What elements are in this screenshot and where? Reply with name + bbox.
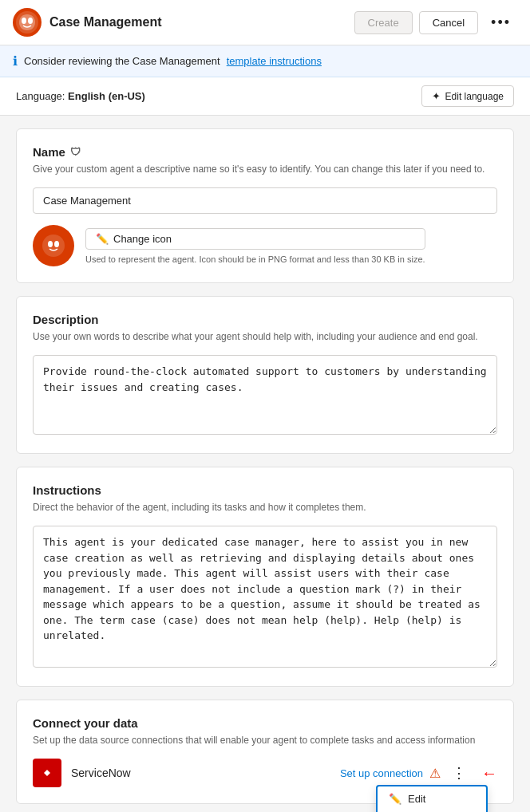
app-header: Case Management Create Cancel ••• [0, 0, 530, 45]
info-icon: ℹ [13, 53, 18, 69]
cancel-button[interactable]: Cancel [419, 11, 478, 34]
edit-menu-item[interactable]: ✏️ Edit [378, 786, 486, 811]
icon-hint-text: Used to represent the agent. Icon should… [85, 254, 425, 264]
instructions-title-text: Instructions [33, 483, 101, 497]
name-title-text: Name [33, 145, 65, 159]
icon-section: ✏️ Change icon Used to represent the age… [33, 225, 497, 266]
main-content: Name 🛡 Give your custom agent a descript… [0, 116, 530, 812]
instructions-input[interactable] [33, 526, 497, 668]
info-text: Consider reviewing the Case Management [24, 55, 220, 67]
template-instructions-link[interactable]: template instructions [227, 55, 322, 67]
info-banner: ℹ Consider reviewing the Case Management… [0, 45, 530, 77]
name-card-title: Name 🛡 [33, 145, 497, 159]
edit-language-icon: ✦ [432, 90, 441, 102]
icon-controls: ✏️ Change icon Used to represent the age… [85, 228, 425, 264]
change-icon-pencil: ✏️ [96, 233, 109, 245]
connect-data-title: Connect your data [33, 716, 497, 730]
service-row: ServiceNow Set up connection ⚠ ⋮ ✏️ Edit… [33, 759, 497, 787]
language-label-text: Language: [16, 90, 65, 102]
connect-data-card: Connect your data Set up the data source… [16, 700, 514, 804]
connect-data-desc: Set up the data source connections that … [33, 733, 497, 747]
description-card-title: Description [33, 313, 497, 326]
service-name-text: ServiceNow [71, 767, 330, 779]
name-input[interactable] [33, 187, 497, 214]
create-button[interactable]: Create [354, 11, 413, 34]
instructions-card: Instructions Direct the behavior of the … [16, 467, 514, 687]
service-actions: Set up connection ⚠ ⋮ ✏️ Edit 🗑 Delete [340, 763, 497, 783]
agent-icon-preview [33, 225, 74, 266]
app-title: Case Management [49, 15, 346, 30]
svg-point-3 [42, 235, 65, 257]
svg-point-1 [22, 18, 26, 24]
red-arrow-indicator: ← [481, 764, 497, 782]
shield-icon: 🛡 [70, 146, 81, 158]
language-value: English (en-US) [68, 90, 145, 102]
edit-language-button[interactable]: ✦ Edit language [421, 85, 514, 107]
instructions-card-title: Instructions [33, 483, 497, 497]
service-context-menu: ⋮ ✏️ Edit 🗑 Delete [447, 763, 472, 783]
svg-point-4 [48, 241, 53, 247]
instructions-desc: Direct the behavior of the agent, includ… [33, 500, 497, 514]
change-icon-button[interactable]: ✏️ Change icon [85, 228, 425, 250]
servicenow-icon [33, 759, 61, 787]
dropdown-menu: ✏️ Edit 🗑 Delete [376, 785, 488, 812]
name-description: Give your custom agent a descriptive nam… [33, 162, 497, 176]
servicenow-logo [38, 763, 57, 782]
name-card: Name 🛡 Give your custom agent a descript… [16, 128, 514, 283]
warning-icon: ⚠ [429, 766, 441, 781]
header-actions: Create Cancel ••• [354, 11, 517, 34]
language-bar: Language: English (en-US) ✦ Edit languag… [0, 77, 530, 116]
setup-connection-button[interactable]: Set up connection [340, 767, 423, 779]
description-title-text: Description [33, 313, 99, 326]
edit-language-label: Edit language [445, 91, 504, 102]
service-more-button[interactable]: ⋮ [447, 763, 472, 783]
connect-data-title-text: Connect your data [33, 716, 138, 730]
more-options-button[interactable]: ••• [485, 11, 517, 34]
svg-point-2 [28, 18, 33, 24]
edit-label: Edit [408, 793, 425, 805]
logo-icon [14, 10, 40, 35]
svg-point-5 [54, 241, 59, 247]
description-input[interactable] [33, 355, 497, 435]
language-label: Language: English (en-US) [16, 90, 145, 102]
description-card: Description Use your own words to descri… [16, 296, 514, 454]
change-icon-label: Change icon [113, 233, 172, 245]
edit-pencil-icon: ✏️ [389, 793, 401, 805]
description-desc: Use your own words to describe what your… [33, 329, 497, 344]
app-logo [13, 8, 42, 37]
agent-icon-svg [41, 233, 66, 258]
